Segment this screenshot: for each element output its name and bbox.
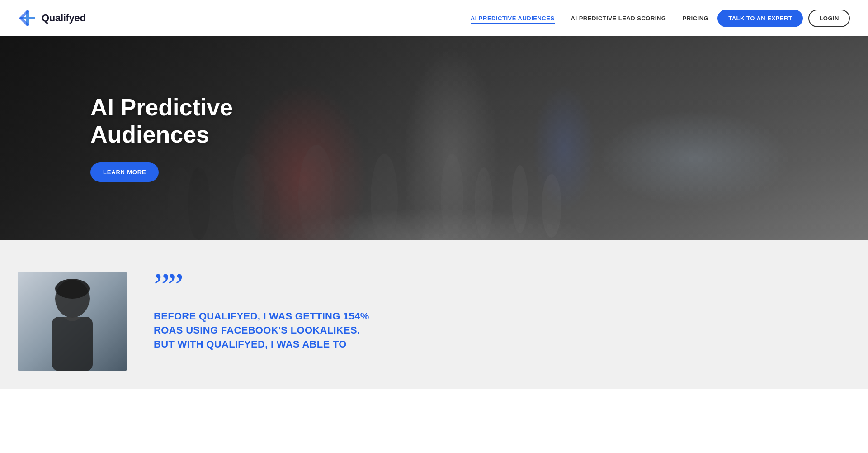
nav-links: AI PREDICTIVE AUDIENCES AI PREDICTIVE LE… xyxy=(471,14,708,22)
nav-item-lead-scoring[interactable]: AI PREDICTIVE LEAD SCORING xyxy=(571,14,666,22)
testimonial-line3: BUT WITH QUALIFYED, I WAS ABLE TO xyxy=(154,339,347,350)
svg-point-12 xyxy=(441,154,463,240)
hero-section: AI Predictive Audiences LEARN MORE xyxy=(0,36,868,240)
testimonial-line2: ROAS USING FACEBOOK'S LOOKALIKES. xyxy=(154,324,360,336)
login-button[interactable]: LOGIN xyxy=(808,10,850,27)
svg-point-9 xyxy=(331,163,356,240)
hero-title-line1: AI Predictive xyxy=(90,94,233,120)
hero-title: AI Predictive Audiences xyxy=(90,94,233,148)
svg-point-13 xyxy=(475,167,493,240)
talk-to-expert-button[interactable]: TALK TO AN EXPERT xyxy=(717,10,803,27)
nav-link-lead-scoring[interactable]: AI PREDICTIVE LEAD SCORING xyxy=(571,15,666,22)
svg-point-14 xyxy=(512,165,528,233)
person-silhouette xyxy=(18,272,127,371)
svg-point-7 xyxy=(262,181,280,240)
nav-item-pricing[interactable]: PRICING xyxy=(683,14,709,22)
learn-more-button[interactable]: LEARN MORE xyxy=(90,162,159,182)
testimonial-content: ”” BEFORE QUALIFYED, I WAS GETTING 154% … xyxy=(154,267,850,351)
nav-item-audiences[interactable]: AI PREDICTIVE AUDIENCES xyxy=(471,14,555,22)
svg-point-18 xyxy=(55,279,90,299)
logo-icon xyxy=(18,9,37,28)
svg-point-11 xyxy=(406,172,426,240)
testimonial-person-image xyxy=(18,272,127,371)
nav-link-pricing[interactable]: PRICING xyxy=(683,15,709,22)
hero-title-line2: Audiences xyxy=(90,121,209,148)
hero-content: AI Predictive Audiences LEARN MORE xyxy=(0,94,233,182)
main-nav: Qualifyed AI PREDICTIVE AUDIENCES AI PRE… xyxy=(0,0,868,36)
testimonial-text: BEFORE QUALIFYED, I WAS GETTING 154% ROA… xyxy=(154,310,850,351)
testimonial-line1: BEFORE QUALIFYED, I WAS GETTING 154% xyxy=(154,310,369,322)
testimonial-section: ”” BEFORE QUALIFYED, I WAS GETTING 154% … xyxy=(0,240,868,389)
svg-point-6 xyxy=(233,154,264,240)
quote-mark: ”” xyxy=(154,272,850,300)
svg-rect-19 xyxy=(52,317,93,371)
brand-name: Qualifyed xyxy=(42,12,86,24)
svg-point-15 xyxy=(542,174,561,238)
brand-logo[interactable]: Qualifyed xyxy=(18,9,86,28)
svg-point-8 xyxy=(298,145,335,240)
nav-link-audiences[interactable]: AI PREDICTIVE AUDIENCES xyxy=(471,15,555,24)
svg-point-10 xyxy=(371,154,398,240)
